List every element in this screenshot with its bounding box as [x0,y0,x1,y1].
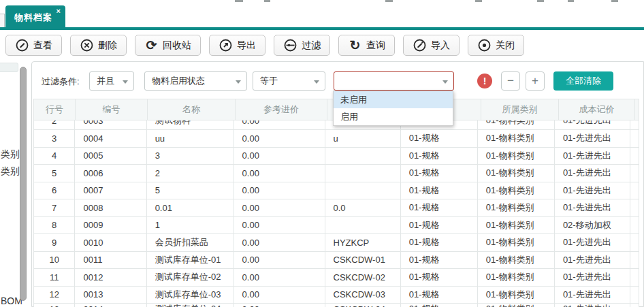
table-row[interactable]: 700080.010.000.001-规格01-物料类别01-先进先出 [33,199,639,217]
table-cell [630,182,639,199]
import-button[interactable]: 导入 [403,35,460,56]
table-cell: 01-规格 [401,252,478,269]
table-cell: 0.00 [234,269,325,286]
table-cell: 0.00 [234,252,325,269]
table-cell: 0.0 [325,199,401,216]
delete-button[interactable]: 删除 [70,35,127,56]
table-cell: 01-物料类别 [478,182,555,199]
table-row[interactable]: 6000750.0001-规格01-物料类别01-先进先出 [33,182,639,200]
tab-fragment[interactable] [0,14,5,27]
table-cell: 01-物料类别 [478,269,555,286]
table-row[interactable]: 5000620.0001-规格01-物料类别01-先进先出 [33,165,639,182]
table-cell: 01-先进先出 [555,269,630,286]
filter-operator-select[interactable]: 等于 [253,71,325,91]
table-cell: 01-先进先出 [555,148,630,165]
table-cell: 01-规格 [401,269,478,286]
filter-button[interactable]: 过滤 [274,35,330,56]
clear-all-button[interactable]: 全部清除 [553,71,613,91]
table-cell: 8 [33,217,75,234]
button-label: 查看 [33,39,52,52]
filter-logic-select[interactable]: 并且 [89,71,134,91]
table-cell: 0.00 [234,199,325,216]
table-cell: 0.00 [234,287,325,304]
clipped-top-text [385,0,393,2]
table-row[interactable]: 90010会员折扣菜品0.00HYZKCP01-规格01-物料类别01-先进先出 [33,234,639,252]
query-icon: ↻ [348,38,362,52]
button-label: 关闭 [496,39,515,52]
table-row[interactable]: 8000910.0001-规格01-物料类别02-移动加权 [33,217,639,235]
add-condition-button[interactable]: + [526,71,545,91]
table-cell [630,217,639,234]
filter-value-select[interactable] [334,71,454,91]
table-header-cell: 行号 [33,99,76,120]
table-cell [325,165,401,182]
validation-error-icon: ! [477,74,492,88]
table-cell: 01-规格 [401,130,478,147]
button-label: 回收站 [163,39,191,52]
button-label: 删除 [98,39,117,52]
dropdown-option[interactable]: 启用 [334,108,453,125]
dropdown-option[interactable]: 未启用 [334,91,453,108]
tab-material-archive[interactable]: 物料档案 × [5,5,65,27]
export-button[interactable]: 导出 [209,35,265,56]
table-row[interactable]: 120013测试库存单位-030.00CSKCDW-0301-规格01-物料类别… [33,287,639,304]
tree-node-label[interactable]: 类别 [1,148,20,161]
table-cell: 0013 [75,287,146,304]
table-row[interactable]: 110012测试库存单位-020.00CSKCDW-0201-规格01-物料类别… [33,269,639,287]
table-cell: 3 [33,130,75,147]
view-button[interactable]: 查看 [5,35,62,56]
table-cell: 0003 [75,120,146,129]
partially-visible-row-bottom: 130014测试库存单位-040.00CSKCDW-0401-规格01-物料类别… [33,304,639,307]
table-cell [630,252,639,269]
filter-condition-row: 过滤条件: 并且 物料启用状态 等于 ! − + 全部清除 [32,71,643,91]
table-cell: 11 [33,269,75,286]
table-row[interactable]: 30004uu0.00u01-规格01-物料类别01-先进先出 [33,130,639,148]
table-cell: 0009 [75,217,146,234]
material-table: 行号编号名称参考进价所属类别成本记价 20003测试物料0.0001-规格01-… [33,99,639,307]
table-cell [630,130,639,147]
close-button[interactable]: 关闭 [468,35,524,56]
table-cell: 0008 [75,199,146,216]
vertical-scrollbar[interactable] [20,67,27,301]
export-icon [219,38,233,52]
clipped-top-text [537,0,544,2]
filter-label: 过滤条件: [42,76,80,88]
table-cell: 0.01 [147,199,234,216]
table-cell: 4 [33,148,75,165]
remove-condition-button[interactable]: − [501,71,520,91]
table-cell: 01-物料类别 [478,287,555,304]
table-header-cell: 参考进价 [236,99,327,120]
filter-icon [283,38,297,52]
select-value: 等于 [260,76,278,86]
table-cell: 0010 [75,234,146,251]
table-cell [630,199,639,216]
recycle-bin-button[interactable]: ⟳ 回收站 [135,35,201,56]
table-cell: 01-物料类别 [478,165,555,182]
query-button[interactable]: ↻ 查询 [338,35,395,56]
button-label: 过滤 [302,39,321,52]
table-cell: 0.00 [234,182,325,199]
tab-close-icon[interactable]: × [57,7,61,15]
table-header-cell: 成本记价 [559,99,635,120]
table-row[interactable]: 100011测试库存单位-010.00CSKCDW-0101-规格01-物料类别… [33,252,639,270]
table-cell: 01-先进先出 [555,234,630,251]
tree-search-input[interactable] [0,63,18,72]
table-cell: 01-规格 [401,148,478,165]
tree-node-label[interactable]: 类别 [1,165,20,178]
table-cell [630,287,639,304]
table-row[interactable]: 130014测试库存单位-040.00CSKCDW-0401-规格01-物料类别… [33,304,639,307]
clipped-top-text [475,0,482,2]
filter-field-select[interactable]: 物料启用状态 [144,71,247,91]
table-cell: 01-先进先出 [555,304,630,307]
table-cell: 测试库存单位-01 [147,252,234,269]
table-cell: 01-规格 [401,234,478,251]
table-cell: 2 [33,120,75,129]
table-cell: 7 [33,199,75,216]
table-row[interactable]: 4000530.0001-规格01-物料类别01-先进先出 [33,148,639,165]
table-cell [630,234,639,251]
table-cell: CSKCDW-01 [325,252,401,269]
table-cell: 测试库存单位-04 [147,304,234,307]
table-cell: 01-规格 [401,217,478,234]
table-cell: 2 [147,165,234,182]
table-cell: 5 [147,182,234,199]
